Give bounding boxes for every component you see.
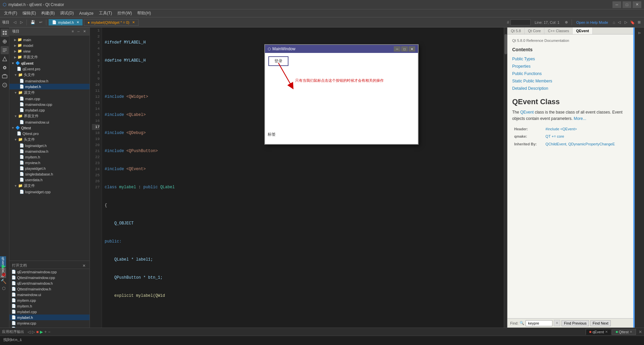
open-file-item3[interactable]: 📄qEvent/mainwindow.h: [9, 280, 90, 286]
help-link-static-public-members[interactable]: Static Public Members: [512, 77, 630, 85]
help-tab-qt58[interactable]: Qt 5.8: [507, 27, 525, 34]
menu-debug[interactable]: 调试(D): [57, 10, 76, 17]
bottom-remove[interactable]: −: [48, 330, 50, 334]
run-button[interactable]: ▶: [1, 262, 6, 270]
location-bar[interactable]: [511, 19, 531, 25]
tree-item-mainwindow-h[interactable]: 📄 mainwindow.h: [9, 78, 90, 84]
tree-item-qttest-project[interactable]: ▼ 🔷 Qttest: [9, 125, 90, 131]
scrollbar-thumb[interactable]: [504, 34, 507, 54]
project-filter-btn[interactable]: ≡: [71, 29, 75, 33]
open-file-item1[interactable]: 📄qEvent/mainwindow.cpp: [9, 269, 90, 275]
tree-item-mylabel-h[interactable]: 📄 mylabel.h: [9, 84, 90, 89]
sidebar-icon-view[interactable]: [1, 38, 9, 46]
tree-item-sources[interactable]: ▼ 📁 源文件: [9, 89, 90, 96]
sidebar-icon-edit[interactable]: [1, 46, 9, 54]
stop-button[interactable]: ⬡: [1, 285, 6, 291]
header-value[interactable]: #include <QEvent>: [543, 125, 630, 133]
toolbar-back-help[interactable]: ◁: [616, 19, 622, 25]
more-link[interactable]: More...: [574, 116, 586, 121]
tree-item-qevent-pro[interactable]: 📄 qEvent.pro: [9, 66, 90, 72]
tree-item-sources2[interactable]: ▼ 📁 源文件: [9, 183, 90, 189]
help-link-properties[interactable]: Properties: [512, 63, 630, 70]
tree-item-qttest-pro[interactable]: 📄 Qttest.pro: [9, 131, 90, 136]
menu-controls[interactable]: 控件(W): [115, 10, 135, 17]
tree-item-headers[interactable]: ▼ 📁 头文件: [9, 72, 90, 78]
bottom-run-stop[interactable]: ■: [36, 330, 39, 334]
menu-analyze[interactable]: Analyze: [76, 10, 96, 16]
find-next-button[interactable]: Find Next: [590, 320, 611, 326]
tree-item-mylabel-cpp[interactable]: 📄 mylabel.cpp: [9, 107, 90, 113]
sidebar-icon-debug[interactable]: [1, 64, 9, 72]
open-file-item9[interactable]: 📄mylabel.h: [9, 315, 90, 320]
tree-item-model[interactable]: ▶ 📁 model: [9, 43, 90, 48]
tree-item-main[interactable]: ▶ 📁 main: [9, 37, 90, 43]
tree-item-main-cpp[interactable]: 📄 main.cpp: [9, 96, 90, 101]
tree-item-mainwindow-cpp[interactable]: 📄 mainwindow.cpp: [9, 101, 90, 107]
qmake-value[interactable]: QT += core: [543, 133, 630, 140]
open-file-item2[interactable]: 📄Qttest/mainwindow.cpp: [9, 275, 90, 280]
sidebar-icon-project[interactable]: [1, 29, 9, 37]
help-tab-qevent[interactable]: QEvent: [573, 27, 593, 34]
file-tab-mylabel-modified[interactable]: ● mylabel(QWidget * = 0) ✕: [84, 19, 139, 26]
file-tab-mylabel[interactable]: 📄 mylabel.h ✕: [49, 19, 83, 25]
tree-item-qevent-project[interactable]: ▼ 🔷 qEvent: [9, 60, 90, 66]
tree-item-headers2[interactable]: ▼ 📁 头文件: [9, 136, 90, 143]
tab2-close-icon[interactable]: ✕: [132, 20, 135, 24]
tree-item-uifiles1[interactable]: ▶ 📁 界面文件: [9, 54, 90, 60]
tree-item-uifiles2[interactable]: ▼ 📁 界面文件: [9, 113, 90, 119]
sidebar-icon-projects[interactable]: [1, 72, 9, 80]
project-sync-btn[interactable]: ↔: [76, 29, 81, 33]
tree-item-loginwidget-cpp[interactable]: 📄 loginwidget.cpp: [9, 189, 90, 195]
editor-scrollbar[interactable]: [504, 27, 507, 328]
tree-item-myitem-h[interactable]: 📄 myitem.h: [9, 154, 90, 160]
menu-edit[interactable]: 编辑(E): [20, 10, 39, 17]
toolbar-add-breakpoint[interactable]: ⊕: [564, 19, 569, 25]
tree-item-myview-h[interactable]: 📄 myview.h: [9, 160, 90, 165]
inherited-value[interactable]: QChildEvent, QDynamicPropertyChangeE: [543, 140, 630, 148]
project-close-btn[interactable]: ✕: [82, 29, 87, 33]
output-tab-qttest[interactable]: Qttest ✕: [612, 329, 636, 335]
help-tab-qtcore[interactable]: Qt Core: [525, 27, 545, 34]
popup-minimize[interactable]: ─: [394, 46, 400, 52]
menu-tools[interactable]: 工具(T): [96, 10, 115, 17]
close-button[interactable]: ✕: [633, 1, 641, 8]
open-file-item4[interactable]: 📄Qttest/mainwindow.h: [9, 286, 90, 292]
open-file-item11[interactable]: 📄myview.h: [9, 326, 90, 328]
bottom-scroll-left[interactable]: ◁: [28, 330, 31, 334]
tree-item-mainwindow-ui[interactable]: 📄 mainwindow.ui: [9, 119, 90, 125]
find-clear-button[interactable]: ✕: [554, 320, 560, 326]
maximize-button[interactable]: □: [623, 1, 631, 8]
right-icon-collapse[interactable]: ⊳: [636, 29, 644, 37]
tree-item-view[interactable]: ▶ 📁 view: [9, 48, 90, 54]
bottom-scroll-right[interactable]: ▷: [32, 330, 35, 334]
open-file-item10[interactable]: 📄myview.cpp: [9, 320, 90, 326]
tree-item-singledatabase-h[interactable]: 📄 singledatabase.h: [9, 171, 90, 177]
open-file-item6[interactable]: 📄myitem.cpp: [9, 297, 90, 303]
help-link-detailed-description[interactable]: Detailed Description: [512, 85, 630, 92]
toolbar-undo[interactable]: ↩: [38, 19, 44, 25]
tree-item-playwidget-h[interactable]: 📄 playwidget.h: [9, 165, 90, 171]
help-link-public-functions[interactable]: Public Functions: [512, 70, 630, 77]
toolbar-back[interactable]: ◁: [12, 19, 17, 25]
sidebar-icon-design[interactable]: [1, 55, 9, 63]
toolbar-save[interactable]: 💾: [29, 19, 37, 25]
tree-item-userdata-h[interactable]: 📄 userdata.h: [9, 177, 90, 183]
build-button[interactable]: 🔨: [0, 278, 7, 285]
popup-close[interactable]: ✕: [409, 46, 415, 52]
sidebar-icon-help[interactable]: ?: [1, 81, 9, 89]
tab-close-icon[interactable]: ✕: [605, 330, 608, 334]
open-file-item7[interactable]: 📄myitem.h: [9, 303, 90, 309]
tree-item-loginwidget-h[interactable]: 📄 loginwidget.h: [9, 143, 90, 148]
open-file-item8[interactable]: 📄mylabel.cpp: [9, 309, 90, 315]
find-input[interactable]: [526, 320, 552, 326]
minimize-button[interactable]: ─: [612, 1, 621, 8]
find-previous-button[interactable]: Find Previous: [561, 320, 589, 326]
help-link-public-types[interactable]: Public Types: [512, 55, 630, 63]
toolbar-fwd-help[interactable]: ▷: [623, 19, 629, 25]
open-file-item5[interactable]: 📄mainwindow.ui: [9, 292, 90, 297]
output-tab-qevent[interactable]: qEvent ✕: [586, 329, 611, 335]
tab-close-icon[interactable]: ✕: [76, 20, 79, 24]
toolbar-dock[interactable]: ⊞: [636, 19, 642, 25]
debug-button[interactable]: 🐞: [0, 271, 7, 277]
qevent-link[interactable]: QEvent: [520, 110, 534, 115]
